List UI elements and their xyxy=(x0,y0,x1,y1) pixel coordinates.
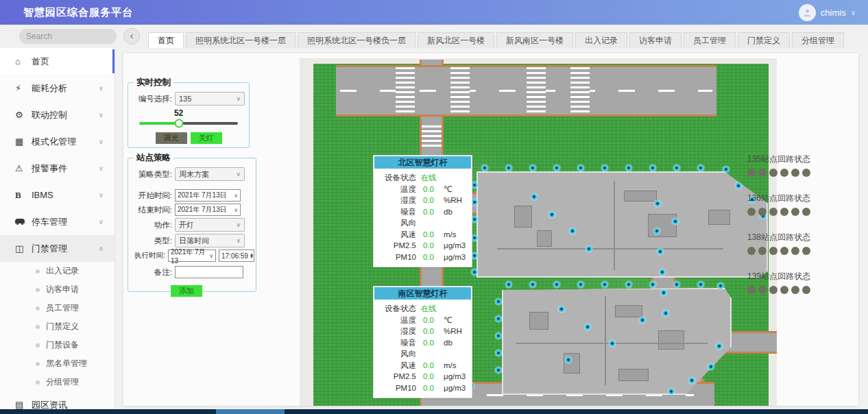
sidebar-subitem-访客申请[interactable]: 访客申请 xyxy=(0,280,114,299)
strategy-type-select[interactable]: 周末方案 ∨ xyxy=(175,167,245,181)
sidebar-item-园区资讯[interactable]: ▤园区资讯 xyxy=(0,391,114,409)
dim-button[interactable]: 调光 xyxy=(156,132,187,144)
light-pole-marker[interactable] xyxy=(586,246,592,252)
light-pole-marker[interactable] xyxy=(472,253,478,259)
light-pole-marker[interactable] xyxy=(698,165,704,171)
light-pole-marker[interactable] xyxy=(674,282,680,288)
sidebar-subitem-门禁定义[interactable]: 门禁定义 xyxy=(0,317,114,336)
light-pole-marker[interactable] xyxy=(472,182,478,188)
light-pole-marker[interactable] xyxy=(496,350,502,356)
park-map[interactable]: 北区智慧灯杆 设备状态在线温度0.0℃湿度0.0%RH噪音0.0db风向风速0.… xyxy=(300,58,777,406)
light-pole-marker[interactable] xyxy=(566,357,572,363)
light-pole-marker[interactable] xyxy=(496,299,502,305)
tab-分组管理[interactable]: 分组管理 xyxy=(792,32,844,48)
light-pole-marker[interactable] xyxy=(602,282,608,288)
sidebar-item-IBMS[interactable]: BIBMS∨ xyxy=(0,182,114,208)
tab-照明系统北区一号楼负一层[interactable]: 照明系统北区一号楼负一层 xyxy=(298,32,415,48)
light-pole-marker[interactable] xyxy=(736,183,742,189)
light-pole-marker[interactable] xyxy=(549,212,555,218)
avatar[interactable] xyxy=(799,4,816,21)
light-pole-marker[interactable] xyxy=(496,333,502,339)
start-date-picker[interactable]: 2021年 7月13日 ∨ xyxy=(175,189,241,202)
light-pole-marker[interactable] xyxy=(661,290,667,296)
tab-照明系统北区一号楼一层[interactable]: 照明系统北区一号楼一层 xyxy=(186,32,296,48)
light-pole-marker[interactable] xyxy=(472,269,478,276)
sidebar-subitem-分组管理[interactable]: 分组管理 xyxy=(0,373,114,391)
add-button[interactable]: 添加 xyxy=(171,285,202,297)
dimming-slider[interactable]: 52 xyxy=(139,108,238,129)
light-pole-marker[interactable] xyxy=(496,316,502,322)
light-pole-marker[interactable] xyxy=(496,367,502,374)
tab-首页[interactable]: 首页 xyxy=(148,32,184,48)
light-pole-marker[interactable] xyxy=(578,282,584,288)
spinner-arrows-icon[interactable]: ▲▼ xyxy=(250,253,254,258)
sidebar-subitem-员工管理[interactable]: 员工管理 xyxy=(0,299,114,317)
light-pole-marker[interactable] xyxy=(602,165,608,171)
light-pole-marker[interactable] xyxy=(655,201,661,207)
light-pole-marker[interactable] xyxy=(673,219,679,225)
sidebar-subitem-黑名单管理[interactable]: 黑名单管理 xyxy=(0,354,114,373)
light-pole-marker[interactable] xyxy=(530,165,536,171)
light-pole-marker[interactable] xyxy=(482,165,488,171)
light-pole-marker[interactable] xyxy=(531,194,538,200)
light-pole-marker[interactable] xyxy=(708,364,714,370)
action-select[interactable]: 开灯 ∨ xyxy=(175,218,245,232)
light-pole-marker[interactable] xyxy=(723,167,730,173)
chevron-down-icon[interactable]: ∨ xyxy=(851,9,856,16)
sidebar-subitem-门禁设备[interactable]: 门禁设备 xyxy=(0,336,114,354)
scrollbar-thumb[interactable] xyxy=(216,409,285,414)
light-pole-marker[interactable] xyxy=(570,228,576,234)
light-pole-marker[interactable] xyxy=(650,165,656,171)
light-pole-marker[interactable] xyxy=(585,324,591,330)
light-pole-marker[interactable] xyxy=(530,282,536,288)
light-pole-marker[interactable] xyxy=(663,310,669,317)
tab-门禁定义[interactable]: 门禁定义 xyxy=(738,32,790,48)
light-pole-marker[interactable] xyxy=(716,343,723,350)
light-pole-marker[interactable] xyxy=(658,249,664,255)
exec-date-picker[interactable]: 2021年 7月13 ∨ xyxy=(168,249,216,262)
light-pole-marker[interactable] xyxy=(668,389,675,395)
tab-员工管理[interactable]: 员工管理 xyxy=(684,32,736,48)
light-pole-marker[interactable] xyxy=(698,282,704,288)
light-pole-marker[interactable] xyxy=(578,165,584,171)
light-pole-marker[interactable] xyxy=(554,165,560,171)
light-pole-marker[interactable] xyxy=(718,283,724,289)
tab-出入记录[interactable]: 出入记录 xyxy=(575,32,627,48)
light-pole-marker[interactable] xyxy=(654,228,660,234)
light-pole-marker[interactable] xyxy=(674,165,680,171)
slider-handle[interactable] xyxy=(174,119,183,128)
sidebar-item-能耗分析[interactable]: ⚡能耗分析∨ xyxy=(0,75,114,101)
sidebar-item-门禁管理[interactable]: ◫门禁管理∧ xyxy=(0,235,114,262)
search-input[interactable] xyxy=(26,32,132,41)
tab-新风南区一号楼[interactable]: 新风南区一号楼 xyxy=(496,32,573,48)
number-select[interactable]: 135 ∨ xyxy=(175,92,245,106)
light-pole-marker[interactable] xyxy=(626,165,632,171)
light-pole-marker[interactable] xyxy=(660,269,666,276)
search-box[interactable] xyxy=(19,29,117,44)
light-pole-marker[interactable] xyxy=(640,317,646,324)
light-pole-marker[interactable] xyxy=(626,282,632,288)
sidebar-item-停车管理[interactable]: 停车管理∨ xyxy=(0,208,114,235)
tab-新风北区一号楼[interactable]: 新风北区一号楼 xyxy=(418,32,494,48)
kind-select[interactable]: 日落时间 ∨ xyxy=(175,234,245,247)
light-pole-marker[interactable] xyxy=(554,282,560,288)
light-pole-marker[interactable] xyxy=(506,165,512,171)
light-pole-marker[interactable] xyxy=(472,235,478,241)
tab-访客申请[interactable]: 访客申请 xyxy=(629,32,682,48)
end-date-picker[interactable]: 2021年 7月13日 ∨ xyxy=(175,204,241,216)
horizontal-scrollbar[interactable] xyxy=(0,409,868,414)
light-pole-marker[interactable] xyxy=(610,341,616,347)
collapse-sidebar-button[interactable]: ‹ xyxy=(123,28,140,45)
slider-track[interactable] xyxy=(139,122,238,125)
exec-time-spinner[interactable]: 17:06:59 ▲▼ xyxy=(219,249,254,262)
light-pole-marker[interactable] xyxy=(559,306,565,313)
note-input[interactable] xyxy=(175,266,243,278)
light-pole-marker[interactable] xyxy=(650,282,656,288)
light-pole-marker[interactable] xyxy=(472,217,478,223)
sidebar-item-首页[interactable]: ⌂首页 xyxy=(0,48,114,75)
user-menu[interactable]: chimis ∨ xyxy=(799,4,856,21)
light-pole-marker[interactable] xyxy=(472,199,478,206)
sidebar-item-模式化管理[interactable]: ▦模式化管理∨ xyxy=(0,128,114,155)
light-pole-marker[interactable] xyxy=(689,378,695,384)
sidebar-item-报警事件[interactable]: ⚠报警事件∨ xyxy=(0,155,114,182)
